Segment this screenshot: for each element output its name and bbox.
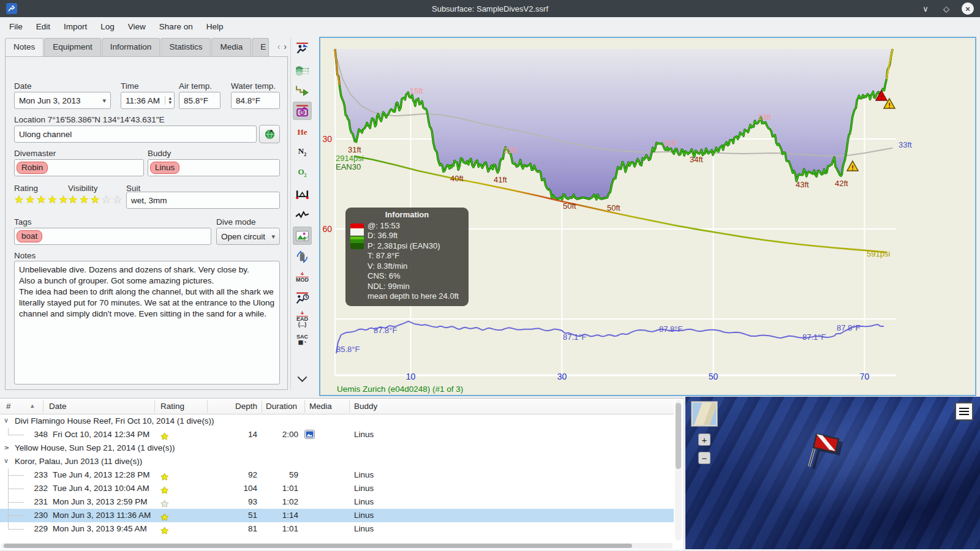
tags-input[interactable]: boat <box>14 228 211 245</box>
menu-item-import[interactable]: Import <box>57 19 94 34</box>
warning-yellow-icon[interactable]: ! <box>847 161 858 171</box>
col-duration[interactable]: Duration <box>266 402 297 411</box>
dive-row[interactable]: 230Mon Jun 3, 2013 11:36 AM★★★★★511:14Li… <box>0 509 674 522</box>
star-filled-icon[interactable]: ★ <box>160 431 169 442</box>
dive-row[interactable]: 229Mon Jun 3, 2013 9:45 AM★★★★★811:01Lin… <box>0 522 674 536</box>
star-filled-icon[interactable]: ★ <box>160 512 169 523</box>
dive-list-horizontal-scrollbar[interactable] <box>1 543 673 549</box>
helium-graph-icon[interactable]: He <box>293 122 312 141</box>
chevron-expanded-icon[interactable]: ∨ <box>4 457 9 465</box>
ead-icon[interactable]: +EAD(...) <box>293 310 312 328</box>
sort-indicator-icon[interactable]: ▴ <box>31 402 34 410</box>
tab-bar: NotesEquipmentInformationStatisticsMedia… <box>5 38 288 56</box>
menu-item-edit[interactable]: Edit <box>29 19 57 34</box>
waves-icon[interactable] <box>293 60 312 78</box>
dive-profile-chart[interactable]: 10305070306015ft35ft31ft23ft31ft40ft41ft… <box>319 37 976 396</box>
water-temp-field[interactable]: 84.8°F <box>231 92 280 109</box>
visibility-stars[interactable]: ★★★★★ <box>68 193 124 206</box>
dive-row[interactable]: 232Tue Jun 4, 2013 10:04 AM★★★★★1041:01L… <box>0 482 674 495</box>
tab-media[interactable]: Media <box>211 38 251 56</box>
oxygen-graph-icon-glyph: O2 <box>298 168 306 179</box>
star-empty-icon[interactable]: ★ <box>113 193 124 206</box>
time-spinbox[interactable]: 11:36 AM ▴▾ <box>121 92 175 109</box>
air-temp-field[interactable]: 85.8°F <box>179 92 221 109</box>
dive-site-map[interactable]: + − <box>685 397 980 549</box>
date-combobox[interactable]: Mon Jun 3, 2013 ▾ <box>14 92 111 109</box>
tab-statistics[interactable]: Statistics <box>160 38 211 56</box>
tag-boat[interactable]: boat <box>17 230 42 242</box>
star-filled-icon[interactable]: ★ <box>14 193 25 206</box>
buddy-tag[interactable]: Linus <box>150 162 179 174</box>
dive-list-vertical-scrollbar[interactable] <box>675 400 682 541</box>
star-empty-icon[interactable]: ★ <box>160 498 169 509</box>
divemaster-input[interactable]: Robin <box>14 159 144 176</box>
ruler-icon[interactable] <box>293 185 312 203</box>
calculated-ceiling-icon[interactable] <box>293 81 312 99</box>
location-input[interactable]: Ulong channel <box>14 126 257 143</box>
map-zoom-out-button[interactable]: − <box>698 452 710 464</box>
ndl-tts-icon[interactable] <box>293 289 312 307</box>
col-depth[interactable]: Depth <box>232 402 257 411</box>
menu-item-log[interactable]: Log <box>94 19 121 34</box>
rating-stars[interactable]: ★★★★★ <box>14 193 70 206</box>
chevron-collapsed-icon[interactable]: ∨ <box>2 445 10 450</box>
tab-scroll-right-icon[interactable]: › <box>284 42 287 51</box>
col-media[interactable]: Media <box>309 402 332 411</box>
dive-mode-combobox[interactable]: Open circuit ▾ <box>216 228 280 245</box>
sac-icon[interactable]: SAC▦◔ <box>293 331 312 349</box>
star-filled-icon[interactable]: ★ <box>79 193 90 206</box>
tab-scroll-left-icon[interactable]: ‹ <box>277 42 281 51</box>
chevron-expanded-icon[interactable]: ∨ <box>4 416 9 424</box>
maximize-icon[interactable]: ◇ <box>941 4 952 13</box>
toolbar-collapse-icon[interactable] <box>293 369 312 388</box>
notes-textarea[interactable]: Unbelievable dive. Dozens and dozens of … <box>14 261 280 384</box>
dive-row[interactable]: 231Mon Jun 3, 2013 2:59 PM★★★★★931:02Lin… <box>0 495 674 509</box>
menu-item-share-on[interactable]: Share on <box>153 19 200 34</box>
photos-icon[interactable] <box>293 227 312 245</box>
dive-row[interactable]: 233Tue Jun 4, 2013 12:28 PM★★★★★9259Linu… <box>0 468 674 482</box>
spinner-arrows-icon[interactable]: ▴▾ <box>165 96 172 105</box>
tab-equipment[interactable]: Equipment <box>44 38 101 56</box>
col-num[interactable]: # <box>6 402 11 411</box>
media-photo-icon[interactable] <box>304 430 315 441</box>
star-filled-icon[interactable]: ★ <box>47 193 58 206</box>
divemaster-tag[interactable]: Robin <box>17 162 48 174</box>
suit-field[interactable]: wet, 3mm <box>126 192 280 209</box>
gas-switch-icon[interactable] <box>293 247 312 266</box>
col-buddy[interactable]: Buddy <box>354 402 377 411</box>
dive-flag-marker[interactable] <box>799 426 852 479</box>
star-filled-icon[interactable]: ★ <box>160 525 169 536</box>
globe-button[interactable] <box>259 125 280 143</box>
col-date[interactable]: Date <box>49 402 67 411</box>
menu-item-file[interactable]: File <box>2 19 29 34</box>
trip-row[interactable]: ∨Koror, Palau, Jun 2013 (11 dive(s)) <box>0 455 674 468</box>
minimize-icon[interactable]: ∨ <box>920 4 931 13</box>
close-icon[interactable]: × <box>962 2 974 15</box>
star-filled-icon[interactable]: ★ <box>160 471 169 482</box>
map-menu-button[interactable] <box>955 402 973 421</box>
buddy-input[interactable]: Linus <box>148 159 280 176</box>
dive-profile-icon[interactable] <box>293 39 312 58</box>
star-filled-icon[interactable]: ★ <box>160 485 169 496</box>
map-zoom-in-button[interactable]: + <box>698 433 710 446</box>
tab-information[interactable]: Information <box>102 38 160 56</box>
tab-notes[interactable]: Notes <box>5 38 43 56</box>
star-filled-icon[interactable]: ★ <box>68 193 79 206</box>
trip-row[interactable]: ∨Yellow House, Sun Sep 21, 2014 (1 dive(… <box>0 441 674 455</box>
menu-item-view[interactable]: View <box>121 19 153 34</box>
tab-e[interactable]: E <box>252 38 269 56</box>
trip-row[interactable]: ∨Divi Flamingo House Reef, Fri Oct 10, 2… <box>0 414 674 428</box>
star-filled-icon[interactable]: ★ <box>90 193 101 206</box>
star-filled-icon[interactable]: ★ <box>25 193 36 206</box>
star-empty-icon[interactable]: ★ <box>101 193 112 206</box>
dive-row[interactable]: 348Fri Oct 10, 2014 12:34 PM★★★★★142:00L… <box>0 428 674 441</box>
nitrogen-graph-icon[interactable]: N2 <box>293 143 312 162</box>
mod-icon[interactable]: +MOD <box>293 268 312 287</box>
dc-ceiling-icon[interactable] <box>293 102 312 120</box>
col-rating[interactable]: Rating <box>160 402 184 411</box>
oxygen-graph-icon[interactable]: O2 <box>293 164 312 182</box>
star-filled-icon[interactable]: ★ <box>36 193 47 206</box>
menu-item-help[interactable]: Help <box>200 19 230 34</box>
map-overview-thumbnail[interactable] <box>692 402 717 426</box>
heart-rate-icon[interactable] <box>293 206 312 224</box>
